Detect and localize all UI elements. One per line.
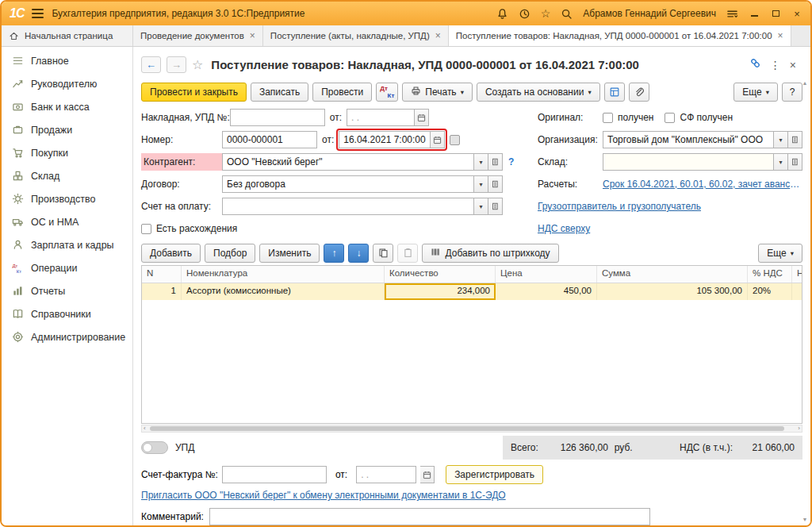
items-more-button[interactable]: Еще ▾	[758, 244, 802, 263]
contract-input[interactable]: Без договора	[222, 175, 474, 193]
post-button[interactable]: Провести	[312, 83, 372, 102]
consignor-link[interactable]: Грузоотправитель и грузополучатель	[538, 201, 701, 212]
dropdown-icon[interactable]: ▾	[774, 131, 788, 148]
scroll-left-icon[interactable]: ‹	[144, 425, 146, 433]
col-header-sum[interactable]: Сумма	[597, 266, 748, 283]
comment-input[interactable]	[209, 508, 650, 525]
create-on-basis-button[interactable]: Создать на основании ▾	[477, 83, 600, 102]
tab-home[interactable]: Начальная страница	[2, 25, 133, 46]
close-window-button[interactable]: ×	[791, 8, 802, 19]
open-icon[interactable]	[788, 153, 802, 171]
dropdown-icon[interactable]: ▾	[774, 153, 788, 171]
col-header-nomenclature[interactable]: Номенклатура	[182, 266, 385, 283]
main-menu-icon[interactable]	[32, 9, 44, 18]
cell-quantity-selected[interactable]: 234,000	[385, 283, 496, 300]
scrollbar-thumb[interactable]	[150, 426, 784, 431]
cell-vat[interactable]: 20%	[748, 283, 792, 300]
discrepancies-checkbox[interactable]	[141, 224, 151, 234]
history-icon[interactable]	[519, 8, 530, 20]
sidebar-item-directories[interactable]: Справочники	[2, 302, 132, 325]
col-header-price[interactable]: Цена	[496, 266, 597, 283]
dtkt-postings-button[interactable]: ДтКт	[376, 83, 398, 102]
open-icon[interactable]	[488, 153, 503, 171]
open-icon[interactable]	[788, 131, 802, 148]
cell-price[interactable]: 450,00	[496, 283, 597, 300]
document-date-input[interactable]: 16.04.2021 7:00:00	[339, 131, 431, 148]
maximize-button[interactable]	[770, 8, 781, 19]
sidebar-item-purchases[interactable]: Покупки	[2, 141, 132, 164]
vat-mode-link[interactable]: НДС сверху	[538, 223, 590, 234]
favorites-star-icon[interactable]: ☆	[541, 7, 551, 20]
table-row[interactable]: 1 Ассорти (комиссионные) 234,000 450,00 …	[142, 283, 802, 300]
tab-receipt-document[interactable]: Поступление товаров: Накладная, УПД 0000…	[449, 25, 791, 46]
sidebar-item-operations[interactable]: Дт Кт Операции	[2, 256, 132, 279]
invoice-number-input[interactable]	[222, 466, 327, 483]
calendar-icon[interactable]	[431, 131, 445, 148]
sidebar-item-sales[interactable]: Продажи	[2, 118, 132, 141]
dropdown-icon[interactable]: ▾	[474, 198, 488, 215]
copy-rows-button[interactable]	[373, 244, 393, 263]
warehouse-input[interactable]	[603, 153, 774, 171]
tab-document-posting[interactable]: Проведение документов ×	[133, 25, 263, 46]
counterparty-input[interactable]: ООО "Невский берег"	[222, 153, 474, 171]
sidebar-item-bank-cash[interactable]: Банк и касса	[2, 95, 132, 118]
help-button[interactable]: ?	[782, 83, 802, 102]
minimize-button[interactable]	[749, 8, 760, 19]
scroll-right-icon[interactable]: ›	[798, 425, 800, 433]
date-checkbox[interactable]	[450, 135, 460, 145]
add-row-button[interactable]: Добавить	[141, 244, 201, 263]
tab-close-icon[interactable]: ×	[435, 30, 441, 41]
scroll-up-icon[interactable]: ▲	[801, 80, 809, 86]
invoice-no-input[interactable]	[230, 109, 325, 126]
open-icon[interactable]	[488, 198, 503, 215]
organization-input[interactable]: Торговый дом "Комплексный" ООО	[603, 131, 774, 148]
payment-invoice-input[interactable]	[222, 198, 474, 215]
col-header-n[interactable]: N	[142, 266, 182, 283]
col-header-vat[interactable]: % НДС	[748, 266, 792, 283]
counterparty-check-icon[interactable]: ?	[508, 156, 514, 167]
pick-button[interactable]: Подбор	[205, 244, 255, 263]
dropdown-icon[interactable]: ▾	[474, 175, 488, 193]
more-button[interactable]: Еще ▾	[733, 83, 778, 102]
cell-n[interactable]: 1	[142, 283, 182, 300]
dropdown-icon[interactable]: ▾	[474, 153, 488, 171]
sidebar-item-reports[interactable]: Отчеты	[2, 279, 132, 302]
post-and-close-button[interactable]: Провести и закрыть	[141, 83, 247, 102]
more-menu-icon[interactable]: ⋮	[770, 59, 781, 71]
tab-close-icon[interactable]: ×	[250, 30, 255, 41]
sidebar-item-fixed-assets[interactable]: ОС и НМА	[2, 210, 132, 233]
edo-invite-link[interactable]: Пригласить ООО "Невский берег" к обмену …	[141, 490, 506, 501]
forward-button[interactable]: →	[167, 56, 186, 73]
tab-receipts-list[interactable]: Поступление (акты, накладные, УПД) ×	[263, 25, 449, 46]
cell-nomenclature[interactable]: Ассорти (комиссионные)	[182, 283, 385, 300]
scroll-down-icon[interactable]: ▼	[801, 517, 809, 522]
attachments-button[interactable]	[629, 83, 649, 102]
settlements-link[interactable]: Срок 16.04.2021, 60.01, 60.02, зачет ава…	[603, 179, 802, 190]
add-by-barcode-button[interactable]: Добавить по штрихкоду	[422, 244, 558, 263]
cell-nds[interactable]	[792, 283, 802, 300]
col-header-nds[interactable]: НД	[792, 266, 802, 283]
paste-rows-button[interactable]	[397, 244, 418, 263]
service-menu-icon[interactable]	[726, 8, 738, 20]
related-reports-button[interactable]	[604, 83, 625, 102]
table-empty-area[interactable]	[142, 300, 802, 423]
notifications-bell-icon[interactable]	[496, 8, 508, 20]
invoice-date-input[interactable]: . .	[347, 109, 415, 126]
write-button[interactable]: Записать	[251, 83, 308, 102]
back-button[interactable]: ←	[141, 56, 161, 73]
upd-toggle[interactable]	[141, 441, 168, 454]
sidebar-item-manager[interactable]: Руководителю	[2, 72, 132, 95]
sidebar-item-production[interactable]: Производство	[2, 187, 132, 210]
favorite-star-icon[interactable]: ☆	[192, 57, 203, 72]
horizontal-scrollbar[interactable]: ‹ ›	[141, 425, 802, 433]
tab-close-icon[interactable]: ×	[778, 30, 783, 41]
edit-button[interactable]: Изменить	[259, 244, 320, 263]
move-up-button[interactable]: ↑	[324, 244, 344, 263]
number-input[interactable]: 0000-000001	[222, 131, 317, 148]
close-form-button[interactable]: ×	[790, 59, 796, 71]
register-invoice-button[interactable]: Зарегистрировать	[446, 465, 543, 484]
cell-sum[interactable]: 105 300,00	[597, 283, 748, 300]
calendar-icon[interactable]	[420, 466, 435, 483]
current-user-name[interactable]: Абрамов Геннадий Сергеевич	[583, 8, 716, 19]
search-icon[interactable]	[561, 8, 573, 20]
